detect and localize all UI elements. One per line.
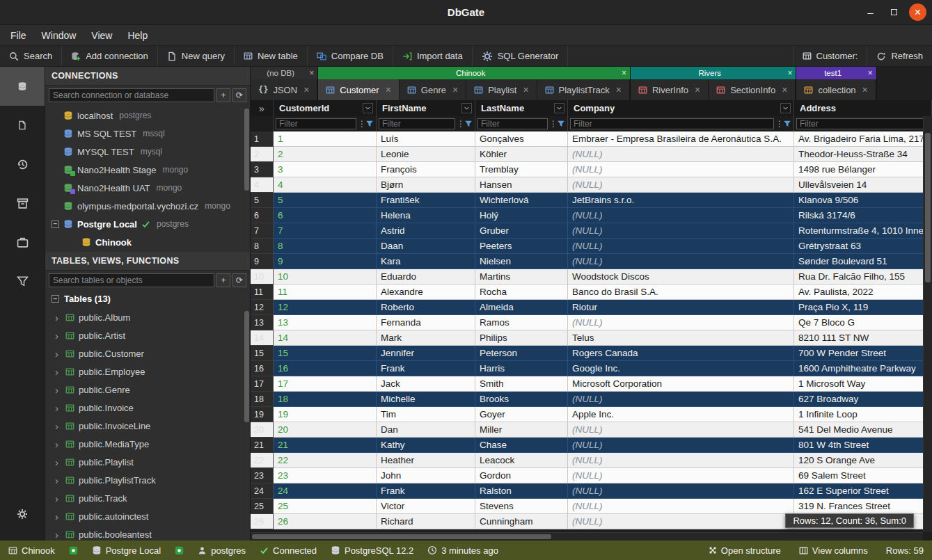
column-header-firstname[interactable]: FirstName bbox=[377, 100, 475, 116]
cell-firstname[interactable]: Astrid bbox=[377, 223, 475, 239]
cell-firstname[interactable]: Kara bbox=[377, 254, 475, 269]
table-public-artist[interactable]: ›public.Artist bbox=[45, 326, 250, 344]
cell-address[interactable]: 162 E Superior Street bbox=[794, 483, 932, 499]
cell-company[interactable]: (NULL) bbox=[568, 499, 794, 514]
grid-row[interactable]: 1212RobertoAlmeidaRioturPraça Pio X, 119 bbox=[251, 300, 932, 315]
grid-row[interactable]: 1919TimGoyerApple Inc.1 Infinite Loop bbox=[251, 407, 932, 422]
row-number[interactable]: 22 bbox=[251, 453, 274, 468]
tab-sectioninfo[interactable]: SectionInfo× bbox=[709, 79, 796, 100]
cell-lastname[interactable]: Smith bbox=[475, 376, 568, 392]
cell-company[interactable]: (NULL) bbox=[568, 438, 794, 453]
cell-company[interactable]: Microsoft Corporation bbox=[568, 376, 794, 392]
filter-menu-icon[interactable]: ⋮ bbox=[358, 119, 364, 129]
refresh-connections-button[interactable]: ⟳ bbox=[232, 88, 246, 102]
row-number[interactable]: 25 bbox=[251, 499, 274, 514]
connection-mysql-test[interactable]: MYSQL TESTmysql bbox=[45, 143, 250, 161]
cell-company[interactable]: (NULL) bbox=[568, 468, 794, 483]
cell-company[interactable]: (NULL) bbox=[568, 422, 794, 438]
cell-firstname[interactable]: Luís bbox=[377, 131, 475, 147]
cell-firstname[interactable]: Roberto bbox=[377, 300, 475, 315]
grid-row[interactable]: 1010EduardoMartinsWoodstock DiscosRua Dr… bbox=[251, 269, 932, 285]
cell-address[interactable]: Praça Pio X, 119 bbox=[794, 300, 932, 315]
cell-customerid[interactable]: 15 bbox=[274, 346, 377, 361]
connection-localhost[interactable]: localhostpostgres bbox=[45, 106, 250, 125]
collapse-icon[interactable]: − bbox=[52, 295, 59, 303]
menu-view[interactable]: View bbox=[84, 25, 120, 45]
cell-firstname[interactable]: Alexandre bbox=[377, 285, 475, 300]
table-public-playlisttrack[interactable]: ›public.PlaylistTrack bbox=[45, 471, 250, 489]
vertical-scrollbar[interactable] bbox=[923, 116, 932, 532]
cell-lastname[interactable]: Holý bbox=[475, 208, 568, 223]
close-icon[interactable]: × bbox=[868, 68, 873, 78]
cell-company[interactable]: (NULL) bbox=[568, 514, 794, 529]
grid-row[interactable]: 2323JohnGordon(NULL)69 Salem Street bbox=[251, 468, 932, 483]
cell-lastname[interactable]: Martins bbox=[475, 269, 568, 285]
cell-company[interactable]: Rogers Canada bbox=[568, 346, 794, 361]
cell-address[interactable]: 1 Microsoft Way bbox=[794, 376, 932, 392]
cell-firstname[interactable]: Michelle bbox=[377, 392, 475, 407]
row-number[interactable]: 14 bbox=[251, 330, 274, 346]
cell-company[interactable]: (NULL) bbox=[568, 483, 794, 499]
status-badge[interactable] bbox=[69, 546, 78, 555]
cell-firstname[interactable]: Helena bbox=[377, 208, 475, 223]
cell-lastname[interactable]: Goyer bbox=[475, 407, 568, 422]
close-icon[interactable]: × bbox=[386, 84, 391, 95]
row-number[interactable]: 2 bbox=[251, 147, 274, 162]
cell-lastname[interactable]: Almeida bbox=[475, 300, 568, 315]
cell-company[interactable]: Embraer - Empresa Brasileira de Aeronáut… bbox=[568, 131, 794, 147]
connection-olympus-medportal-vychozi-cz[interactable]: olympus-medportal.vychozi.czmongo bbox=[45, 197, 250, 215]
cell-company[interactable]: (NULL) bbox=[568, 177, 794, 193]
grid-row[interactable]: 22LeonieKöhler(NULL)Theodor-Heuss-Straße… bbox=[251, 147, 932, 162]
grid-row[interactable]: 2424FrankRalston(NULL)162 E Superior Str… bbox=[251, 483, 932, 499]
connections-scrollbar[interactable] bbox=[244, 109, 249, 191]
cell-customerid[interactable]: 7 bbox=[274, 223, 377, 239]
connection-nano2health-stage[interactable]: Nano2Health Stagemongo bbox=[45, 161, 250, 179]
filter-input-lastname[interactable] bbox=[477, 118, 548, 129]
grid-row[interactable]: 1717JackSmithMicrosoft Corporation1 Micr… bbox=[251, 376, 932, 392]
cell-address[interactable]: 8210 111 ST NW bbox=[794, 330, 932, 346]
cell-customerid[interactable]: 12 bbox=[274, 300, 377, 315]
cell-lastname[interactable]: Peeters bbox=[475, 239, 568, 254]
cell-lastname[interactable]: Miller bbox=[475, 422, 568, 438]
toolbar-new-query-button[interactable]: New query bbox=[158, 46, 235, 66]
sidebar-settings-button[interactable] bbox=[0, 495, 45, 534]
connection-ms-sql-test[interactable]: MS SQL TESTmssql bbox=[45, 125, 250, 143]
cell-address[interactable]: Qe 7 Bloco G bbox=[794, 315, 932, 330]
close-icon[interactable]: × bbox=[787, 68, 792, 78]
cell-address[interactable]: 319 N. Frances Street bbox=[794, 499, 932, 514]
cell-customerid[interactable]: 19 bbox=[274, 407, 377, 422]
cell-customerid[interactable]: 17 bbox=[274, 376, 377, 392]
cell-lastname[interactable]: Rocha bbox=[475, 285, 568, 300]
cell-company[interactable]: (NULL) bbox=[568, 392, 794, 407]
table-public-booleantest[interactable]: ›public.booleantest bbox=[45, 525, 250, 541]
db-group-chinook[interactable]: Chinook× bbox=[318, 67, 630, 79]
cell-lastname[interactable]: Ralston bbox=[475, 483, 568, 499]
cell-customerid[interactable]: 11 bbox=[274, 285, 377, 300]
close-icon[interactable]: × bbox=[782, 84, 787, 95]
row-number[interactable]: 21 bbox=[251, 438, 274, 453]
close-icon[interactable]: × bbox=[622, 68, 626, 78]
cell-customerid[interactable]: 8 bbox=[274, 239, 377, 254]
cell-lastname[interactable]: Chase bbox=[475, 438, 568, 453]
cell-customerid[interactable]: 22 bbox=[274, 453, 377, 468]
row-number[interactable]: 11 bbox=[251, 285, 274, 300]
cell-address[interactable]: Theodor-Heuss-Straße 34 bbox=[794, 147, 932, 162]
row-number[interactable]: 7 bbox=[251, 223, 274, 239]
column-dropdown-icon[interactable] bbox=[780, 103, 791, 113]
column-dropdown-icon[interactable] bbox=[554, 103, 564, 113]
connection-nano2health-uat[interactable]: Nano2Health UATmongo bbox=[45, 179, 250, 197]
row-number[interactable]: 15 bbox=[251, 346, 274, 361]
refresh-tables-button[interactable]: ⟳ bbox=[232, 273, 246, 287]
cell-lastname[interactable]: Stevens bbox=[475, 499, 568, 514]
cell-lastname[interactable]: Wichterlová bbox=[475, 193, 568, 208]
row-number[interactable]: 23 bbox=[251, 468, 274, 483]
add-table-small-button[interactable]: + bbox=[216, 273, 230, 287]
cell-lastname[interactable]: Philips bbox=[475, 330, 568, 346]
close-icon[interactable]: × bbox=[309, 68, 314, 78]
cell-lastname[interactable]: Harris bbox=[475, 361, 568, 376]
cell-company[interactable]: Riotur bbox=[568, 300, 794, 315]
filter-input-customerid[interactable] bbox=[276, 118, 356, 129]
connections-search-input[interactable] bbox=[49, 88, 214, 102]
cell-company[interactable]: (NULL) bbox=[568, 208, 794, 223]
cell-firstname[interactable]: Victor bbox=[377, 499, 475, 514]
